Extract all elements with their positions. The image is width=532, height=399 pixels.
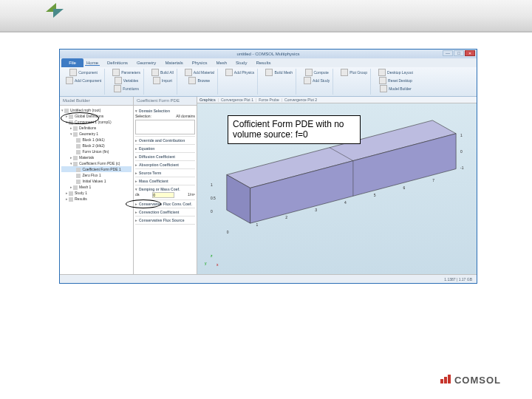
- section-header[interactable]: ▸Conservative Flux Source: [135, 218, 195, 222]
- node-icon: [76, 168, 81, 172]
- tree-item[interactable]: Zero Flux 1: [61, 172, 132, 178]
- chevron-icon: ▸: [135, 154, 137, 159]
- model-tree[interactable]: ▾Untitled.mph (root)▸Global Definitions▾…: [60, 106, 133, 274]
- ribbon-button[interactable]: Import: [153, 77, 172, 84]
- ribbon-group-geometry: Build AllImport: [149, 69, 177, 95]
- tree-label: Materials: [79, 155, 94, 160]
- axis-y-label: y: [205, 261, 207, 265]
- tree-item[interactable]: ▸Study 1: [61, 190, 132, 196]
- section-header[interactable]: ▾Damping or Mass Coef.: [135, 187, 195, 191]
- expand-icon[interactable]: ▸: [70, 155, 72, 160]
- expand-icon[interactable]: [75, 173, 75, 177]
- status-memory: 1.1387 | 1.17 GB: [444, 277, 472, 282]
- section-header[interactable]: ▸Convection Coefficient: [135, 210, 195, 214]
- ribbon-tab-physics[interactable]: Physics: [191, 61, 209, 65]
- close-button[interactable]: ×: [465, 50, 475, 56]
- expand-icon[interactable]: ▸: [66, 114, 68, 118]
- ribbon-button[interactable]: Build Mesh: [265, 69, 293, 76]
- graphics-tab[interactable]: Convergence Plot 1: [221, 98, 253, 102]
- tree-item[interactable]: ▾Untitled.mph (root): [61, 107, 132, 113]
- selection-value[interactable]: All domains: [176, 114, 195, 118]
- expand-icon[interactable]: ▾: [66, 120, 68, 124]
- section-header[interactable]: ▸Conservative Flux Conv. Coef.: [135, 202, 195, 206]
- expand-icon[interactable]: ▾: [61, 108, 64, 112]
- tree-label: Form Union (fin): [82, 149, 109, 154]
- graphics-tab[interactable]: Convergence Plot 2: [284, 98, 317, 102]
- tree-item[interactable]: ▸Definitions: [61, 125, 132, 131]
- ribbon-button[interactable]: Add Study: [304, 77, 330, 84]
- ribbon-tab-mesh[interactable]: Mesh: [214, 61, 228, 65]
- expand-icon[interactable]: ▸: [66, 191, 68, 195]
- ribbon-button[interactable]: Browse: [188, 77, 210, 84]
- tree-item[interactable]: Initial Values 1: [61, 178, 132, 184]
- tree-item[interactable]: ▾Coefficient Form PDE (c): [61, 160, 132, 166]
- ribbon-button[interactable]: Parameters: [112, 69, 140, 76]
- ribbon-button[interactable]: Reset Desktop: [379, 77, 412, 84]
- settings-section: ▾Domain SelectionSelection:All domains: [135, 107, 195, 137]
- tree-item[interactable]: Block 2 (blk2): [61, 143, 132, 149]
- expand-icon[interactable]: ▾: [70, 132, 72, 136]
- ribbon-tab-materials[interactable]: Materials: [163, 61, 184, 65]
- section-header[interactable]: ▾Domain Selection: [135, 109, 195, 113]
- statusbar: 1.1387 | 1.17 GB: [60, 274, 477, 283]
- file-menu[interactable]: File: [61, 58, 83, 67]
- ribbon-tab-geometry[interactable]: Geometry: [135, 61, 157, 65]
- expand-icon[interactable]: ▸: [66, 197, 68, 201]
- ribbon-tab-definitions[interactable]: Definitions: [106, 61, 129, 65]
- ribbon-tab-results[interactable]: Results: [254, 61, 272, 65]
- ribbon-tab-home[interactable]: Home: [85, 61, 100, 66]
- settings-section: ▸Equation: [135, 145, 195, 153]
- minimize-button[interactable]: —: [443, 50, 453, 56]
- tree-item[interactable]: ▸Mesh 1: [61, 184, 132, 190]
- tree-item[interactable]: ▸Results: [61, 196, 132, 202]
- graphics-tab[interactable]: Force Probe: [259, 98, 279, 102]
- node-icon: [69, 191, 73, 196]
- expand-icon[interactable]: [75, 149, 75, 154]
- tree-item[interactable]: ▸Global Definitions: [61, 113, 132, 119]
- ribbon-button[interactable]: Component: [69, 69, 98, 76]
- ribbon-button[interactable]: Compute: [305, 69, 329, 76]
- selection-list[interactable]: [135, 120, 195, 134]
- expand-icon[interactable]: ▸: [70, 126, 72, 130]
- svg-text:5: 5: [374, 194, 376, 198]
- expand-icon[interactable]: [75, 179, 75, 183]
- ribbon-button[interactable]: Plot Group: [341, 69, 367, 76]
- expand-icon[interactable]: [75, 137, 75, 142]
- maximize-button[interactable]: □: [454, 50, 464, 56]
- ribbon-icon: [153, 77, 160, 84]
- node-icon: [69, 120, 73, 125]
- tree-item[interactable]: Form Union (fin): [61, 149, 132, 154]
- da-input[interactable]: [152, 192, 174, 198]
- ribbon-button[interactable]: Add Component: [66, 77, 101, 84]
- section-header[interactable]: ▸Equation: [135, 146, 195, 151]
- section-header[interactable]: ▸Source Term: [135, 171, 195, 175]
- node-icon: [73, 132, 78, 137]
- ribbon-button[interactable]: Variables: [115, 77, 138, 84]
- svg-text:3: 3: [315, 208, 317, 212]
- tree-item[interactable]: ▾Component 1 (comp1): [61, 119, 132, 125]
- ribbon-button[interactable]: Desktop Layout: [378, 69, 413, 76]
- ribbon-button[interactable]: Functions: [114, 85, 139, 92]
- tree-item[interactable]: Block 1 (blk1): [61, 137, 132, 143]
- section-header[interactable]: ▸Absorption Coefficient: [135, 163, 195, 167]
- expand-icon[interactable]: [75, 143, 75, 148]
- section-header[interactable]: ▸Diffusion Coefficient: [135, 154, 195, 159]
- graphics-tab[interactable]: Graphics: [200, 98, 216, 102]
- section-header[interactable]: ▸Mass Coefficient: [135, 179, 195, 183]
- ribbon-button[interactable]: Add Physics: [225, 69, 255, 76]
- expand-icon[interactable]: ▸: [70, 185, 72, 189]
- ribbon-button-label: Variables: [123, 78, 138, 83]
- expand-icon[interactable]: ▾: [70, 161, 72, 166]
- ribbon-button[interactable]: Model Builder: [380, 85, 412, 92]
- tree-item[interactable]: Coefficient Form PDE 1: [61, 166, 132, 172]
- tree-item[interactable]: ▸Materials: [61, 154, 132, 160]
- ribbon-group-physics: Add Physics: [222, 69, 259, 95]
- ribbon-tab-study[interactable]: Study: [234, 61, 248, 65]
- section-header[interactable]: ▸Override and Contribution: [135, 138, 195, 143]
- tree-item[interactable]: ▾Geometry 1: [61, 131, 132, 137]
- titlebar: untitled - COMSOL Multiphysics — □ ×: [60, 50, 477, 58]
- expand-icon[interactable]: [75, 167, 75, 171]
- ribbon-button[interactable]: Add Material: [185, 69, 214, 76]
- ribbon-button[interactable]: Build All: [151, 69, 174, 76]
- ribbon-tabs: HomeDefinitionsGeometryMaterialsPhysicsM…: [85, 58, 475, 67]
